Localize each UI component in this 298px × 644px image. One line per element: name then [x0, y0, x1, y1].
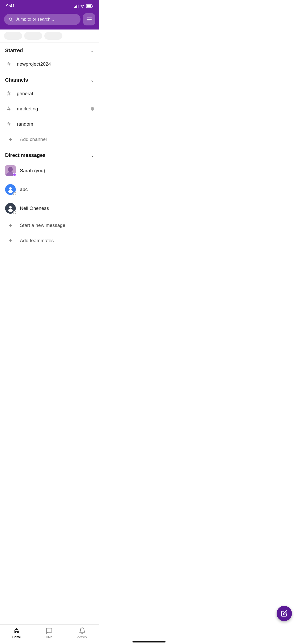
hash-icon: #: [5, 121, 13, 128]
search-bar[interactable]: Jump to or search...: [4, 14, 80, 25]
tab-pill-1[interactable]: [4, 32, 22, 40]
dm-name-abc: abc: [20, 187, 94, 192]
channel-name-general: general: [17, 91, 94, 96]
status-indicator-away: [13, 211, 16, 214]
status-icons: [74, 4, 93, 8]
dm-name-sarah: Sarah (you): [20, 168, 94, 173]
dm-item-sarah[interactable]: Sarah (you): [0, 161, 99, 180]
hash-icon: #: [5, 90, 13, 97]
svg-point-10: [8, 190, 13, 193]
abc-avatar-wrap: [5, 184, 16, 195]
channel-item-marketing[interactable]: # marketing: [0, 101, 99, 116]
signal-icon: [74, 4, 78, 8]
dm-item-abc[interactable]: abc: [0, 180, 99, 199]
svg-point-9: [9, 187, 12, 190]
status-bar: 9:41: [0, 0, 99, 11]
search-placeholder: Jump to or search...: [16, 17, 54, 22]
svg-point-7: [8, 167, 13, 172]
dm-section-header[interactable]: Direct messages ⌄: [0, 147, 99, 161]
filter-icon: [86, 17, 92, 22]
dm-chevron-icon: ⌄: [90, 153, 94, 158]
main-content: Starred ⌄ # newproject2024 Channels ⌄ # …: [0, 42, 99, 269]
starred-channel-name: newproject2024: [17, 61, 94, 67]
channel-name-random: random: [17, 121, 94, 127]
hash-icon: #: [5, 61, 13, 68]
svg-point-11: [9, 206, 12, 209]
tab-pill-2[interactable]: [24, 32, 42, 40]
svg-rect-2: [92, 6, 93, 7]
dm-name-neil: Neil Oneness: [20, 206, 94, 211]
channels-section-header[interactable]: Channels ⌄: [0, 72, 99, 86]
plus-icon: +: [5, 222, 16, 229]
status-indicator-active: [13, 173, 16, 177]
svg-point-12: [8, 209, 13, 212]
status-time: 9:41: [6, 4, 15, 9]
sarah-avatar-wrap: [5, 165, 16, 176]
starred-item-newproject2024[interactable]: # newproject2024: [0, 56, 99, 72]
dm-title: Direct messages: [5, 152, 46, 158]
channels-title: Channels: [5, 77, 28, 83]
dm-item-neil[interactable]: Neil Oneness: [0, 199, 99, 218]
notification-dot: [91, 107, 94, 111]
start-new-message-button[interactable]: + Start a new message: [0, 218, 99, 233]
hash-icon: #: [5, 105, 13, 112]
battery-icon: [86, 4, 93, 8]
add-channel-button[interactable]: + Add channel: [0, 132, 99, 147]
neil-avatar-wrap: [5, 203, 16, 214]
search-icon: [8, 17, 13, 22]
plus-icon: +: [5, 136, 16, 143]
status-indicator-away: [13, 192, 16, 195]
starred-title: Starred: [5, 48, 23, 53]
wifi-icon: [80, 4, 85, 8]
svg-rect-1: [87, 5, 91, 7]
channel-item-general[interactable]: # general: [0, 86, 99, 101]
new-message-label: Start a new message: [20, 223, 94, 228]
filter-button[interactable]: [83, 13, 95, 25]
starred-section-header[interactable]: Starred ⌄: [0, 42, 99, 56]
plus-icon: +: [5, 237, 16, 244]
channels-chevron-icon: ⌄: [90, 77, 94, 83]
channel-item-random[interactable]: # random: [0, 116, 99, 132]
channel-name-marketing: marketing: [17, 106, 87, 112]
add-teammates-label: Add teammates: [20, 238, 94, 243]
tabs-row: [0, 30, 99, 42]
add-channel-label: Add channel: [20, 137, 94, 142]
search-area: Jump to or search...: [0, 11, 99, 30]
starred-chevron-icon: ⌄: [90, 48, 94, 53]
tab-pill-3[interactable]: [44, 32, 62, 40]
add-teammates-button[interactable]: + Add teammates: [0, 233, 99, 248]
